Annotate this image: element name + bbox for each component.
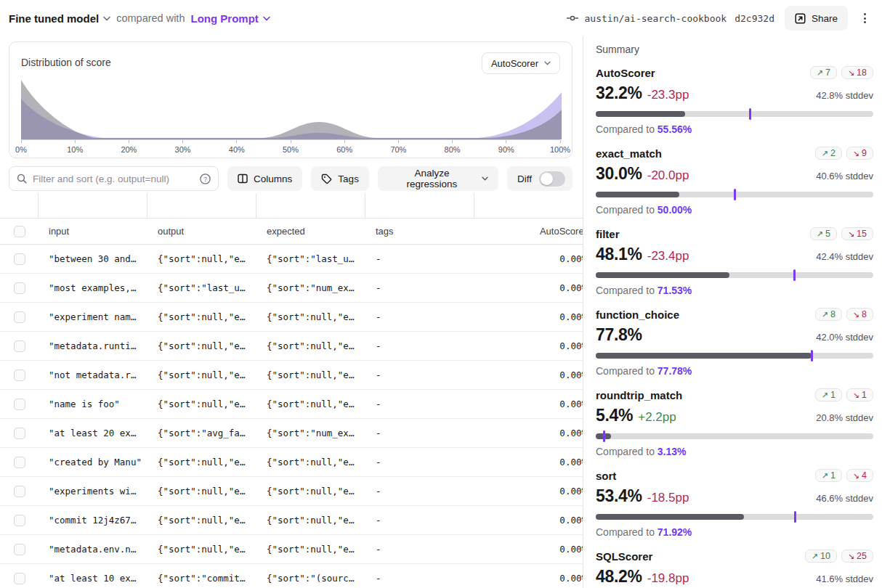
cell-tags: - — [365, 486, 474, 497]
table-row[interactable]: "metadata.runti… {"sort":null,"e… {"sort… — [0, 332, 583, 361]
table-row[interactable]: "at least 10 ex… {"sort":"commit… {"sort… — [0, 564, 583, 588]
cell-expected: {"sort":"num_ex… — [256, 428, 365, 438]
table-row[interactable]: "most examples,… {"sort":"last_u… {"sort… — [0, 274, 583, 303]
improvements-badge[interactable]: ↗ 2 — [815, 147, 842, 160]
compared-to-value[interactable]: 71.53% — [658, 285, 692, 296]
chevron-down-icon — [103, 16, 110, 21]
row-checkbox[interactable] — [14, 573, 25, 584]
improvements-badge[interactable]: ↗ 1 — [815, 469, 842, 482]
cell-score: 0.00% — [474, 428, 583, 438]
cell-input: "created by Manu" — [39, 457, 147, 467]
primary-experiment-dropdown[interactable]: Fine tuned model — [9, 12, 110, 25]
improvements-badge[interactable]: ↗ 5 — [810, 227, 837, 240]
cell-output: {"sort":null,"e… — [147, 486, 256, 497]
regressions-badge[interactable]: ↘ 25 — [841, 550, 873, 563]
header-expected[interactable]: expected — [256, 226, 365, 237]
cell-tags: - — [365, 573, 474, 584]
regressions-badge[interactable]: ↘ 15 — [841, 227, 873, 240]
regressions-badge[interactable]: ↘ 8 — [846, 308, 873, 321]
table-row[interactable]: "metadata.env.n… {"sort":null,"e… {"sort… — [0, 535, 583, 564]
diff-toggle[interactable] — [539, 171, 565, 187]
analyze-regressions-button[interactable]: Analyze regressions — [378, 166, 498, 191]
axis-tick — [398, 140, 399, 143]
header-input[interactable]: input — [39, 226, 147, 237]
trend-down-icon: ↘ — [853, 149, 859, 158]
comparison-experiment-dropdown[interactable]: Long Prompt — [190, 12, 270, 25]
improvements-badge[interactable]: ↗ 10 — [805, 550, 837, 563]
metric-bar-fill — [596, 192, 679, 197]
cell-score: 0.00% — [474, 486, 583, 497]
row-checkbox[interactable] — [14, 428, 25, 439]
row-checkbox[interactable] — [14, 515, 25, 526]
more-options-button[interactable] — [858, 9, 872, 28]
metric-bar-fill — [596, 272, 729, 278]
metric-delta: -23.3pp — [647, 88, 689, 102]
tags-button[interactable]: Tags — [311, 166, 369, 191]
cell-score: 0.00% — [474, 573, 583, 584]
improvements-badge[interactable]: ↗ 8 — [815, 308, 842, 321]
regressions-badge[interactable]: ↘ 1 — [846, 388, 873, 401]
header-output[interactable]: output — [147, 226, 256, 237]
cell-output: {"sort":null,"e… — [147, 544, 256, 555]
scorer-select[interactable]: AutoScorer — [482, 52, 560, 74]
table-row[interactable]: "experiments wi… {"sort":null,"e… {"sort… — [0, 477, 583, 506]
summary-metric: filter ↗ 5 ↘ 15 48.1% -23.4pp 42.4% stdd… — [596, 226, 873, 298]
row-checkbox[interactable] — [14, 282, 25, 294]
compared-to-value[interactable]: 50.00% — [658, 204, 692, 216]
tags-label: Tags — [338, 173, 359, 184]
column-group-row — [0, 193, 583, 218]
row-checkbox[interactable] — [14, 340, 25, 352]
improvements-count: 10 — [820, 551, 830, 561]
trend-down-icon: ↘ — [853, 391, 859, 400]
select-all-checkbox[interactable] — [14, 226, 25, 237]
repo-name: austin/ai-search-cookbook — [585, 13, 727, 24]
columns-button[interactable]: Columns — [227, 166, 302, 191]
cell-output: {"sort":null,"e… — [147, 515, 256, 526]
row-checkbox[interactable] — [14, 486, 25, 497]
compared-to-label: Compared to — [596, 526, 658, 538]
row-checkbox[interactable] — [14, 369, 25, 381]
compared-to-value[interactable]: 71.92% — [658, 526, 692, 538]
row-checkbox[interactable] — [14, 544, 25, 555]
scorer-select-value: AutoScorer — [491, 58, 538, 69]
table-row[interactable]: "created by Manu" {"sort":null,"e… {"sor… — [0, 448, 583, 477]
table-row[interactable]: "commit 12j4z67… {"sort":null,"e… {"sort… — [0, 506, 583, 535]
compared-to-value[interactable]: 77.78% — [658, 365, 692, 377]
row-checkbox[interactable] — [14, 253, 25, 265]
table-row[interactable]: "at least 20 ex… {"sort":"avg_fa… {"sort… — [0, 419, 583, 448]
repo-commit-link[interactable]: austin/ai-search-cookbook d2c932d — [567, 13, 774, 24]
regressions-badge[interactable]: ↘ 18 — [841, 66, 873, 79]
regressions-badge[interactable]: ↘ 9 — [846, 147, 873, 160]
table-row[interactable]: "between 30 and… {"sort":null,"e… {"sort… — [0, 245, 583, 274]
compared-to-value[interactable]: 55.56% — [658, 123, 692, 135]
gray-density-area — [21, 80, 562, 139]
axis-tick-label: 50% — [283, 145, 299, 154]
share-button[interactable]: Share — [785, 6, 848, 30]
row-checkbox[interactable] — [14, 457, 25, 468]
analyze-regressions-label: Analyze regressions — [388, 168, 476, 189]
compared-to-label: Compared to — [596, 123, 658, 135]
help-icon[interactable]: ? — [200, 173, 211, 184]
header-score[interactable]: AutoScorer — [474, 226, 583, 237]
row-checkbox[interactable] — [14, 311, 25, 323]
metric-value: 32.2% — [596, 83, 642, 103]
table-row[interactable]: "not metadata.r… {"sort":null,"e… {"sort… — [0, 361, 583, 390]
filter-input[interactable] — [33, 173, 194, 184]
compared-to-value[interactable]: 3.13% — [658, 446, 687, 457]
axis-tick-label: 80% — [445, 145, 461, 154]
diff-label: Diff — [517, 173, 532, 184]
results-area: Distribution of score AutoScorer 0%10%20… — [0, 36, 583, 588]
table-row[interactable]: "name is foo" {"sort":null,"e… {"sort":n… — [0, 390, 583, 419]
chevron-down-icon — [482, 176, 488, 181]
axis-tick — [236, 140, 237, 143]
header-tags[interactable]: tags — [365, 226, 474, 237]
improvements-badge[interactable]: ↗ 7 — [810, 66, 837, 79]
cell-output: {"sort":null,"e… — [147, 457, 256, 467]
improvements-badge[interactable]: ↗ 1 — [815, 388, 842, 401]
axis-tick-label: 30% — [175, 145, 191, 154]
table-row[interactable]: "experiment nam… {"sort":null,"e… {"sort… — [0, 303, 583, 332]
regressions-badge[interactable]: ↘ 4 — [846, 469, 873, 482]
improvements-count: 1 — [830, 470, 836, 481]
row-checkbox[interactable] — [14, 399, 25, 410]
metric-delta: -20.0pp — [647, 168, 689, 183]
